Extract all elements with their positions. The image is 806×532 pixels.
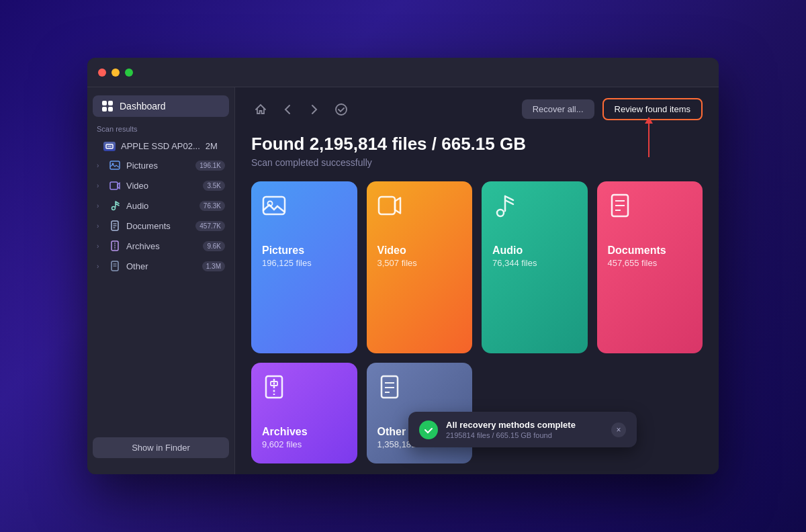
- audio-badge: 76.3K: [199, 201, 225, 211]
- drive-badge: 2M: [206, 141, 218, 151]
- toast-close-button[interactable]: ×: [611, 423, 626, 437]
- other-icon: [109, 260, 121, 272]
- review-found-items-button[interactable]: Review found items: [602, 98, 703, 120]
- home-button[interactable]: [251, 100, 270, 119]
- sidebar-item-audio[interactable]: › Audio 76.3K: [87, 195, 234, 216]
- documents-icon: [109, 220, 121, 232]
- archives-icon: [109, 240, 121, 252]
- video-icon: [109, 179, 121, 191]
- chevron-icon: ›: [97, 222, 103, 230]
- back-button[interactable]: [278, 100, 297, 119]
- toast-check-icon: [419, 420, 438, 439]
- cards-grid: Pictures 196,125 files Video 3,507 files: [251, 181, 703, 353]
- chevron-icon: ›: [97, 162, 103, 169]
- pictures-card-name: Pictures: [262, 245, 347, 257]
- pictures-label: Pictures: [126, 161, 190, 171]
- documents-card-name: Documents: [608, 245, 692, 257]
- toast-notification: All recovery methods complete 2195814 fi…: [408, 412, 637, 447]
- found-title: Found 2,195,814 files / 665.15 GB: [251, 134, 703, 154]
- chevron-icon: ›: [97, 182, 103, 189]
- toast-subtitle: 2195814 files / 665.15 GB found: [446, 431, 603, 439]
- archives-card-icon: [262, 375, 286, 399]
- sidebar: Dashboard Scan results APPLE SSD AP02...…: [87, 87, 235, 474]
- dashboard-label: Dashboard: [120, 101, 166, 112]
- title-bar: [87, 58, 719, 87]
- maximize-button[interactable]: [125, 69, 133, 77]
- card-pictures[interactable]: Pictures 196,125 files: [251, 181, 357, 353]
- drive-icon: [103, 142, 116, 151]
- other-label: Other: [126, 261, 197, 271]
- check-icon: [332, 100, 351, 119]
- scan-status: Scan completed successfully: [251, 157, 703, 168]
- audio-label: Audio: [126, 201, 194, 211]
- audio-card-count: 76,344 files: [492, 258, 577, 268]
- show-finder-button[interactable]: Show in Finder: [93, 437, 229, 458]
- video-card-count: 3,507 files: [377, 258, 462, 268]
- toolbar: Recover all... Review found items: [251, 98, 703, 120]
- card-audio[interactable]: Audio 76,344 files: [482, 181, 588, 353]
- documents-card-count: 457,655 files: [608, 258, 692, 268]
- sidebar-item-drive[interactable]: APPLE SSD AP02... 2M: [87, 137, 234, 155]
- app-body: Dashboard Scan results APPLE SSD AP02...…: [87, 87, 719, 474]
- recover-all-button[interactable]: Recover all...: [522, 99, 594, 119]
- dashboard-icon: [102, 101, 113, 112]
- sidebar-footer: Show in Finder: [87, 429, 234, 466]
- svg-rect-18: [379, 197, 395, 214]
- sidebar-item-pictures[interactable]: › Pictures 196.1K: [87, 155, 234, 175]
- video-label: Video: [126, 181, 197, 191]
- other-badge: 1.3M: [202, 261, 225, 271]
- pictures-card-icon: [262, 193, 286, 218]
- forward-button[interactable]: [305, 100, 324, 119]
- video-badge: 3.5K: [203, 181, 225, 191]
- toast-title: All recovery methods complete: [446, 420, 603, 430]
- card-documents[interactable]: Documents 457,655 files: [597, 181, 703, 353]
- documents-card-icon: [608, 193, 632, 218]
- toast-content: All recovery methods complete 2195814 fi…: [446, 420, 603, 439]
- audio-icon: [109, 200, 121, 212]
- minimize-button[interactable]: [111, 69, 120, 77]
- svg-point-19: [497, 210, 504, 216]
- close-button[interactable]: [98, 69, 106, 77]
- sidebar-item-other[interactable]: › Other 1.3M: [87, 256, 234, 276]
- archives-card-count: 9,602 files: [262, 439, 347, 449]
- pictures-icon: [109, 159, 121, 171]
- chevron-icon: ›: [97, 242, 103, 250]
- pictures-badge: 196.1K: [195, 161, 225, 171]
- scan-results-label: Scan results: [87, 125, 234, 137]
- main-content: Recover all... Review found items Found …: [235, 87, 719, 474]
- video-card-name: Video: [377, 245, 462, 257]
- svg-point-5: [112, 207, 116, 210]
- card-video[interactable]: Video 3,507 files: [367, 181, 473, 353]
- chevron-icon: ›: [97, 202, 103, 210]
- svg-point-15: [336, 104, 347, 115]
- video-card-icon: [377, 193, 402, 218]
- dashboard-button[interactable]: Dashboard: [93, 95, 229, 117]
- chevron-icon: ›: [97, 263, 103, 270]
- other-card-icon: [377, 375, 402, 399]
- archives-card-name: Archives: [262, 426, 347, 438]
- svg-rect-16: [263, 197, 285, 214]
- documents-label: Documents: [126, 221, 190, 231]
- audio-card-name: Audio: [492, 245, 577, 257]
- card-archives[interactable]: Archives 9,602 files: [251, 363, 357, 463]
- pictures-card-count: 196,125 files: [262, 258, 347, 268]
- sidebar-item-video[interactable]: › Video 3.5K: [87, 175, 234, 195]
- sidebar-item-archives[interactable]: › Archives 9.6K: [87, 236, 234, 256]
- documents-badge: 457.7K: [195, 221, 225, 231]
- sidebar-item-documents[interactable]: › Documents 457.7K: [87, 216, 234, 236]
- drive-name: APPLE SSD AP02...: [121, 141, 200, 151]
- svg-rect-4: [110, 182, 118, 189]
- traffic-lights: [98, 69, 133, 77]
- archives-badge: 9.6K: [203, 241, 225, 251]
- app-window: Dashboard Scan results APPLE SSD AP02...…: [87, 58, 719, 474]
- audio-card-icon: [492, 193, 517, 218]
- archives-label: Archives: [126, 241, 197, 251]
